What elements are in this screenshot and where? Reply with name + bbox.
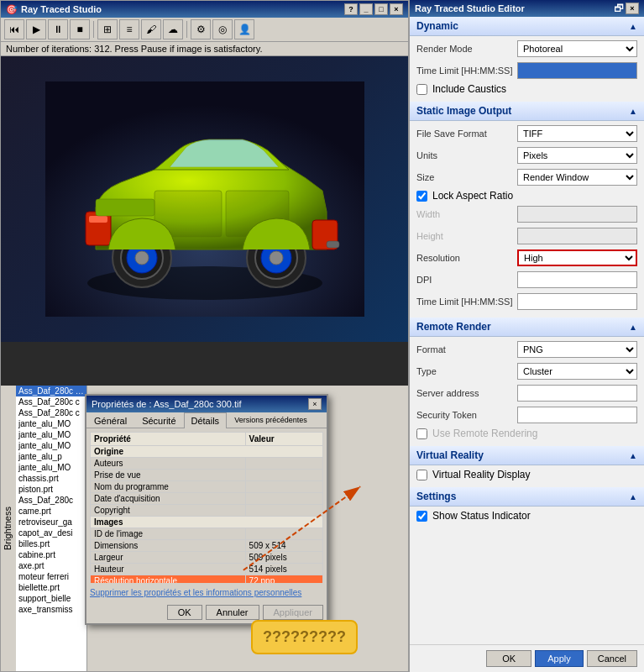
type-row: Type Cluster bbox=[416, 362, 637, 381]
apply-button[interactable]: Apply bbox=[535, 650, 584, 667]
toolbar-person[interactable]: 👤 bbox=[234, 19, 254, 39]
main-toolbar: ⏮ ▶ ⏸ ■ ⊞ ≡ 🖌 ☁ ⚙ ◎ 👤 bbox=[1, 18, 408, 42]
tab-versions[interactable]: Versions précédentes bbox=[227, 412, 315, 428]
svg-point-10 bbox=[135, 251, 149, 265]
tab-details[interactable]: Détails bbox=[184, 412, 228, 428]
file-item-8[interactable]: chassis.prt bbox=[16, 473, 86, 484]
file-item-15[interactable]: cabine.prt bbox=[16, 549, 86, 560]
format-select[interactable]: PNG bbox=[517, 341, 637, 358]
toolbar-lines[interactable]: ≡ bbox=[119, 19, 139, 39]
dialog-title: Propriétés de : Ass_Daf_280c 300.tif bbox=[92, 399, 242, 409]
tab-general[interactable]: Général bbox=[86, 412, 134, 428]
file-item-1[interactable]: Ass_Daf_280c c bbox=[16, 396, 86, 407]
toolbar-grid[interactable]: ⊞ bbox=[97, 19, 118, 39]
file-item-3[interactable]: jante_alu_MO bbox=[16, 418, 86, 429]
bottom-area: Brightness Ass_Daf_280c 300.tif Ass_Daf_… bbox=[1, 386, 408, 671]
static-image-section-header[interactable]: Static Image Output ▲ bbox=[410, 102, 644, 121]
resolution-select[interactable]: High bbox=[517, 249, 637, 266]
titlebar-buttons: ? _ □ × bbox=[344, 3, 403, 15]
file-item-17[interactable]: moteur ferreri bbox=[16, 571, 86, 582]
render-mode-select[interactable]: Photoreal bbox=[517, 40, 637, 57]
toolbar-pause[interactable]: ⏸ bbox=[48, 19, 68, 39]
static-time-limit-input[interactable]: 00:05:00 bbox=[517, 293, 637, 310]
ok-button[interactable]: OK bbox=[486, 650, 531, 667]
toolbar-rewind[interactable]: ⏮ bbox=[4, 19, 24, 39]
toolbar-stop[interactable]: ■ bbox=[70, 19, 90, 39]
height-input[interactable]: 514 bbox=[517, 228, 637, 244]
dialog-apply-button[interactable]: Appliquer bbox=[263, 605, 323, 620]
units-select[interactable]: Pixels bbox=[517, 147, 637, 164]
dpi-input[interactable]: 300 bbox=[517, 271, 637, 288]
right-close-button[interactable]: × bbox=[626, 3, 639, 14]
file-item-14[interactable]: billes.prt bbox=[16, 538, 86, 549]
prop-table-container[interactable]: PropriétéValeur Origine Auteurs Prise de… bbox=[90, 432, 323, 583]
remote-render-section-header[interactable]: Remote Render ▲ bbox=[410, 318, 644, 337]
dialog-cancel-button[interactable]: Annuler bbox=[206, 605, 259, 620]
render-mode-label: Render Mode bbox=[416, 44, 517, 54]
file-item-18[interactable]: biellette.prt bbox=[16, 582, 86, 593]
table-row: Copyright bbox=[91, 505, 323, 517]
settings-section-header[interactable]: Settings ▲ bbox=[410, 487, 644, 507]
type-select[interactable]: Cluster bbox=[517, 363, 637, 380]
vr-display-checkbox[interactable] bbox=[416, 470, 427, 480]
file-item-2[interactable]: Ass_Daf_280c c bbox=[16, 407, 86, 418]
dialog-content: PropriétéValeur Origine Auteurs Prise de… bbox=[86, 428, 327, 601]
file-item-9[interactable]: piston.prt bbox=[16, 484, 86, 495]
maximize-button[interactable]: □ bbox=[374, 3, 388, 15]
include-caustics-checkbox[interactable] bbox=[416, 84, 427, 95]
toolbar-paint[interactable]: 🖌 bbox=[141, 19, 161, 39]
file-item-19[interactable]: support_bielle bbox=[16, 593, 86, 604]
size-select[interactable]: Render Window bbox=[517, 169, 637, 186]
width-row: Width 509 bbox=[416, 205, 637, 223]
vr-section-header[interactable]: Virtual Reality ▲ bbox=[410, 446, 644, 465]
file-item-5[interactable]: jante_alu_MO bbox=[16, 440, 86, 451]
dynamic-section-header[interactable]: Dynamic ▲ bbox=[410, 17, 644, 36]
file-list[interactable]: Ass_Daf_280c 300.tif Ass_Daf_280c c Ass_… bbox=[16, 386, 87, 671]
server-address-input[interactable] bbox=[517, 385, 637, 402]
file-item-12[interactable]: retroviseur_ga bbox=[16, 517, 86, 528]
toolbar-cloud[interactable]: ☁ bbox=[163, 19, 183, 39]
use-remote-checkbox[interactable] bbox=[416, 428, 427, 439]
svg-rect-16 bbox=[327, 241, 339, 248]
format-label: Format bbox=[416, 344, 517, 354]
lock-aspect-checkbox[interactable] bbox=[416, 191, 427, 202]
separator-1 bbox=[93, 21, 94, 38]
file-item-13[interactable]: capot_av_desi bbox=[16, 528, 86, 538]
width-input[interactable]: 509 bbox=[517, 206, 637, 223]
close-button[interactable]: × bbox=[390, 3, 403, 15]
titlebar-left: 🎯 Ray Traced Studio bbox=[6, 4, 102, 15]
dialog-ok-button[interactable]: OK bbox=[167, 605, 202, 620]
question-tooltip: ????????? bbox=[251, 620, 358, 654]
restore-button[interactable]: 🗗 bbox=[614, 3, 624, 14]
dpi-control: 300 bbox=[517, 271, 637, 288]
editor-content: Dynamic ▲ Render Mode Photoreal Time Lim… bbox=[410, 17, 644, 644]
toolbar-settings[interactable]: ⚙ bbox=[191, 19, 211, 39]
file-save-format-select[interactable]: TIFF bbox=[517, 125, 637, 142]
toolbar-circle[interactable]: ◎ bbox=[212, 19, 233, 39]
svg-point-14 bbox=[270, 251, 283, 265]
file-item-20[interactable]: axe_transmiss bbox=[16, 604, 86, 615]
format-control: PNG bbox=[517, 341, 637, 358]
use-remote-row: Use Remote Rendering bbox=[416, 428, 637, 439]
help-button[interactable]: ? bbox=[344, 3, 358, 15]
file-save-format-control: TIFF bbox=[517, 125, 637, 142]
minimize-button[interactable]: _ bbox=[359, 3, 373, 15]
file-item-6[interactable]: jante_alu_p bbox=[16, 451, 86, 462]
show-indicator-checkbox[interactable] bbox=[416, 511, 427, 522]
file-item-16[interactable]: axe.prt bbox=[16, 560, 86, 571]
remove-properties-link[interactable]: Supprimer les propriétés et les informat… bbox=[90, 588, 301, 597]
file-item-11[interactable]: came.prt bbox=[16, 506, 86, 517]
resolution-label: Resolution bbox=[416, 253, 517, 263]
file-item-0[interactable]: Ass_Daf_280c 300.tif bbox=[16, 386, 86, 396]
file-item-4[interactable]: jante_alu_MO bbox=[16, 429, 86, 440]
dialog-close-button[interactable]: × bbox=[308, 398, 322, 410]
time-limit-input[interactable]: 00:05:00 bbox=[517, 62, 637, 79]
tab-security[interactable]: Sécurité bbox=[134, 412, 183, 428]
vr-display-row: Virtual Reality Display bbox=[416, 469, 637, 480]
security-token-input[interactable] bbox=[517, 407, 637, 423]
file-item-7[interactable]: jante_alu_MO bbox=[16, 462, 86, 473]
file-item-10[interactable]: Ass_Daf_280c bbox=[16, 495, 86, 506]
cancel-button[interactable]: Cancel bbox=[587, 650, 637, 667]
resolution-control: High bbox=[517, 249, 637, 266]
toolbar-play[interactable]: ▶ bbox=[26, 19, 46, 39]
